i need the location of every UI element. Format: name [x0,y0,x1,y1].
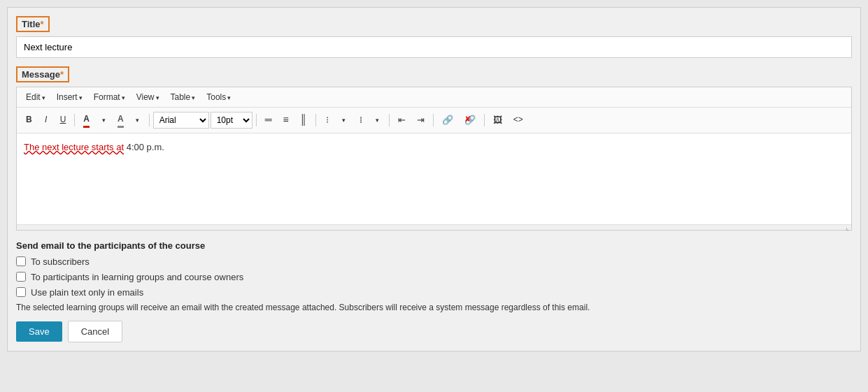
indent-button[interactable]: ⇥ [412,111,429,129]
separator-3 [256,114,257,126]
title-input[interactable] [16,36,852,58]
separator-7 [484,114,485,126]
checkbox-row-subscribers: To subscribers [16,256,852,267]
menu-table[interactable]: Table▾ [166,90,201,104]
separator-2 [149,114,150,126]
checkbox-row-plaintext: Use plain text only in emails [16,287,852,298]
editor-toolbar: B I U A ▾ A ▾ Arial [17,108,851,133]
align-right-button[interactable]: ║ [295,110,312,130]
editor-menubar: Edit▾ Insert▾ Format▾ View▾ Table▾ Tools… [17,87,851,108]
checkbox-plaintext-label[interactable]: Use plain text only in emails [31,287,143,298]
checkbox-plaintext[interactable] [16,287,26,297]
separator-1 [74,114,75,126]
bg-color-indicator [118,126,124,128]
unlink-button[interactable]: 🔗✘ [460,111,481,129]
font-color-indicator [83,126,90,128]
bullet-list-dropdown[interactable]: ▾ [336,113,352,128]
bg-color-button[interactable]: A [113,110,129,129]
title-label: Title* [16,16,50,32]
message-field-section: Message* Edit▾ Insert▾ Format▾ View▾ Tab… [16,66,852,231]
cancel-button[interactable]: Cancel [68,321,122,342]
bold-button[interactable]: B [21,111,37,129]
separator-4 [315,114,316,126]
actions-row: Save Cancel [16,321,852,342]
spellcheck-text: The next lecture starts at [24,142,124,152]
resize-icon: ⌞ [846,223,849,232]
editor-resize-handle[interactable]: ⌞ [17,224,851,230]
title-field-section: Title* [16,16,852,66]
font-color-dropdown[interactable]: ▾ [96,113,111,128]
italic-button[interactable]: I [38,111,54,129]
font-color-button[interactable]: A [78,110,94,129]
checkbox-subscribers-label[interactable]: To subscribers [31,256,90,267]
separator-5 [389,114,390,126]
align-left-button[interactable]: ═ [260,110,277,130]
ordered-list-button[interactable]: ⁞ [353,111,369,129]
checkbox-participants[interactable] [16,272,26,282]
ordered-list-dropdown[interactable]: ▾ [370,113,385,128]
editor-text-normal: 4:00 p.m. [124,142,164,152]
save-button[interactable]: Save [16,321,62,342]
checkbox-participants-label[interactable]: To participants in learning groups and c… [31,272,243,282]
email-section: Send email to the participants of the co… [16,240,852,342]
checkbox-subscribers[interactable] [16,256,26,266]
font-size-select[interactable]: 10pt [211,112,252,129]
menu-insert[interactable]: Insert▾ [52,90,87,104]
editor-content[interactable]: The next lecture starts at 4:00 p.m. [17,133,851,224]
page-container: Title* Message* Edit▾ Insert▾ Format▾ Vi… [7,7,861,351]
menu-edit[interactable]: Edit▾ [21,90,50,104]
message-label: Message* [16,66,69,82]
outdent-button[interactable]: ⇤ [393,111,411,129]
separator-6 [433,114,434,126]
font-family-select[interactable]: Arial [153,112,209,129]
underline-button[interactable]: U [55,111,71,129]
align-center-button[interactable]: ≡ [278,110,294,130]
image-button[interactable]: 🖼 [488,111,507,129]
checkbox-row-participants: To participants in learning groups and c… [16,272,852,282]
menu-tools[interactable]: Tools▾ [201,90,236,104]
menu-format[interactable]: Format▾ [89,90,130,104]
message-editor: Edit▾ Insert▾ Format▾ View▾ Table▾ Tools… [16,87,852,231]
bullet-list-button[interactable]: ⁝ [320,111,335,129]
info-text: The selected learning groups will receiv… [16,303,852,312]
bg-color-dropdown[interactable]: ▾ [130,113,145,128]
code-button[interactable]: <> [508,111,528,129]
email-section-title: Send email to the participants of the co… [16,240,852,251]
menu-view[interactable]: View▾ [131,90,164,104]
link-button[interactable]: 🔗 [437,111,458,129]
